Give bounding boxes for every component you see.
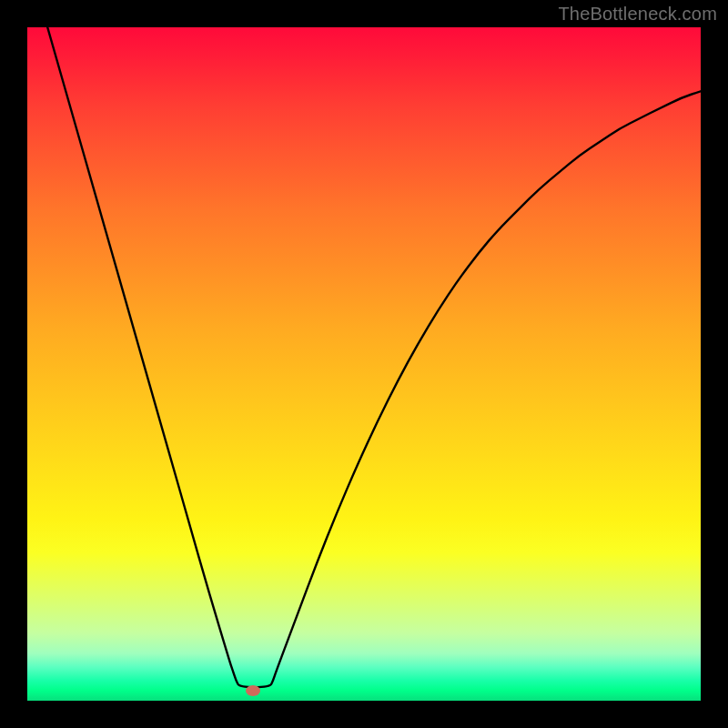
plot-area (27, 27, 701, 701)
bottleneck-curve (27, 27, 701, 701)
chart-frame: TheBottleneck.com (0, 0, 728, 728)
watermark-text: TheBottleneck.com (558, 4, 717, 25)
optimum-marker-icon (246, 685, 260, 696)
